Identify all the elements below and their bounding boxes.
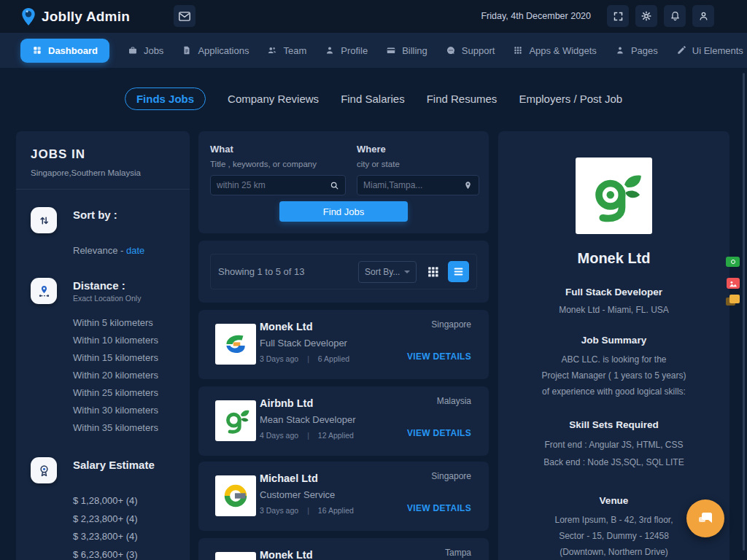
dashboard-icon bbox=[32, 45, 42, 55]
nav-label: Ui Elements bbox=[692, 45, 743, 56]
location-pin-icon[interactable] bbox=[463, 181, 473, 190]
document-icon bbox=[182, 45, 192, 55]
salary-option[interactable]: $ 1,28,000+ (4) bbox=[73, 492, 190, 510]
distance-sublabel: Exact Location Only bbox=[73, 294, 141, 303]
nav-jobs[interactable]: Jobs bbox=[128, 45, 163, 56]
distance-option[interactable]: Within 5 kilometers bbox=[73, 314, 190, 332]
job-card-monek-2[interactable]: Monek Ltd Tampa bbox=[198, 538, 489, 560]
messages-button[interactable] bbox=[174, 5, 196, 27]
quick-chat-button[interactable] bbox=[729, 295, 740, 303]
credit-card-icon bbox=[386, 45, 396, 55]
distance-option[interactable]: Within 25 kilometers bbox=[73, 384, 190, 402]
main-navigation: Dashboard Jobs Applications Team Profile… bbox=[0, 33, 747, 68]
tab-employers-post-job[interactable]: Employers / Post Job bbox=[519, 93, 622, 105]
nav-dashboard[interactable]: Dashboard bbox=[20, 39, 109, 63]
nav-pages[interactable]: Pages bbox=[615, 45, 658, 56]
tab-finds-jobs[interactable]: Finds Jobs bbox=[125, 88, 206, 110]
sort-date-link[interactable]: date bbox=[126, 245, 144, 256]
salary-option[interactable]: $ 6,23,600+ (3) bbox=[73, 546, 190, 560]
tab-find-resumes[interactable]: Find Resumes bbox=[427, 93, 498, 105]
where-sublabel: city or state bbox=[357, 160, 479, 168]
job-company: Monek Ltd bbox=[260, 549, 313, 560]
job-posted: 4 Days ago bbox=[260, 431, 298, 440]
job-title: Full Stack Developer bbox=[260, 338, 347, 349]
chevron-down-icon bbox=[404, 271, 410, 273]
sort-by-dropdown[interactable]: Sort By... bbox=[358, 261, 417, 283]
distance-route-icon bbox=[31, 278, 57, 304]
list-view-button[interactable] bbox=[448, 261, 469, 282]
distance-option[interactable]: Within 30 kilometers bbox=[73, 402, 190, 419]
distance-options: Within 5 kilometers Within 10 kilometers… bbox=[73, 314, 190, 437]
gear-icon bbox=[640, 10, 652, 22]
job-card-michael[interactable]: Michael Ltd Customer Service 3 Days ago … bbox=[198, 462, 489, 531]
quick-cash-button[interactable] bbox=[726, 257, 740, 267]
nav-label: Billing bbox=[402, 45, 427, 56]
map-pin-icon bbox=[20, 7, 36, 26]
page-scrollbar[interactable] bbox=[743, 73, 745, 551]
search-icon[interactable] bbox=[330, 181, 339, 190]
bell-icon bbox=[670, 10, 681, 22]
nav-team[interactable]: Team bbox=[267, 45, 306, 56]
fullscreen-button[interactable] bbox=[607, 5, 629, 27]
job-card-airbnb[interactable]: Airbnb Ltd Mean Stack Developer 4 Days a… bbox=[198, 386, 489, 456]
distance-option[interactable]: Within 20 kilometers bbox=[73, 367, 190, 384]
find-jobs-button[interactable]: Find Jobs bbox=[279, 201, 408, 222]
fullscreen-icon bbox=[613, 11, 624, 22]
salary-option[interactable]: $ 3,23,800+ (4) bbox=[73, 528, 190, 546]
job-applied: 12 Applied bbox=[318, 431, 354, 440]
distance-option[interactable]: Within 35 kilometers bbox=[73, 419, 190, 437]
job-meta: 3 Days ago | 6 Applied bbox=[260, 354, 349, 363]
job-summary-title: Job Summary bbox=[498, 335, 729, 346]
nav-billing[interactable]: Billing bbox=[386, 45, 427, 56]
nav-apps-widgets[interactable]: Apps & Widgets bbox=[513, 45, 597, 56]
job-company: Airbnb Ltd bbox=[260, 397, 313, 409]
job-location: Malaysia bbox=[437, 396, 471, 406]
job-applied: 6 Applied bbox=[318, 354, 349, 363]
salary-option[interactable]: $ 2,23,800+ (4) bbox=[73, 510, 190, 529]
view-details-link[interactable]: VIEW DETAILS bbox=[407, 503, 471, 513]
chat-fab-button[interactable] bbox=[686, 499, 724, 537]
skills-title: Skill Sets Required bbox=[498, 419, 729, 430]
results-count: Showing 1 to 5 of 13 bbox=[218, 266, 358, 277]
green-g-leaf-logo-icon bbox=[220, 405, 251, 436]
settings-button[interactable] bbox=[635, 5, 657, 27]
nav-support[interactable]: Support bbox=[446, 45, 495, 56]
nav-label: Profile bbox=[341, 45, 368, 56]
view-details-link[interactable]: VIEW DETAILS bbox=[407, 351, 471, 362]
tab-find-salaries[interactable]: Find Salaries bbox=[341, 93, 405, 105]
skills-line: Front end : Angular JS, HTML, CSS bbox=[498, 436, 729, 454]
briefcase-icon bbox=[128, 45, 138, 55]
nav-ui-elements[interactable]: Ui Elements bbox=[676, 45, 743, 56]
distance-label: Distance : bbox=[73, 279, 141, 292]
salary-badge-icon bbox=[31, 457, 57, 483]
edit-pencil-icon bbox=[676, 45, 686, 55]
keywords-input[interactable] bbox=[217, 180, 330, 190]
grid-view-button[interactable] bbox=[427, 265, 439, 278]
location-input[interactable] bbox=[363, 180, 463, 190]
notifications-button[interactable] bbox=[664, 5, 686, 27]
green-g-leaf-logo-icon bbox=[584, 166, 645, 227]
tab-company-reviews[interactable]: Company Reviews bbox=[228, 93, 319, 105]
nav-applications[interactable]: Applications bbox=[182, 45, 249, 56]
job-meta: 3 Days ago | 16 Applied bbox=[260, 506, 354, 515]
list-view-icon bbox=[453, 267, 464, 276]
monek-logo-icon bbox=[220, 329, 251, 359]
nav-label: Apps & Widgets bbox=[529, 45, 597, 56]
brand-logo[interactable]: Joblly Admin bbox=[20, 7, 130, 26]
chat-bubble-icon bbox=[446, 45, 456, 55]
distance-option[interactable]: Within 10 kilometers bbox=[73, 332, 190, 349]
quick-gallery-button[interactable] bbox=[727, 278, 740, 289]
sort-by-label: Sort by : bbox=[73, 209, 117, 221]
salary-label: Salary Estimate bbox=[73, 459, 155, 471]
distance-option[interactable]: Within 15 kilometers bbox=[73, 349, 190, 367]
job-posted: 3 Days ago bbox=[260, 506, 298, 515]
venue-line: (Downtown, Northern Drive) bbox=[498, 544, 729, 560]
company-logo bbox=[215, 400, 256, 441]
jobs-in-header: JOBS IN Singapore,Southern Malaysia bbox=[16, 131, 190, 190]
nav-label: Team bbox=[283, 45, 306, 56]
nav-profile[interactable]: Profile bbox=[325, 45, 368, 56]
profile-button[interactable] bbox=[692, 5, 714, 27]
job-card-monek[interactable]: Monek Ltd Full Stack Developer 3 Days ag… bbox=[198, 310, 489, 379]
detail-company-name: Monek Ltd bbox=[498, 250, 729, 267]
view-details-link[interactable]: VIEW DETAILS bbox=[407, 428, 471, 438]
